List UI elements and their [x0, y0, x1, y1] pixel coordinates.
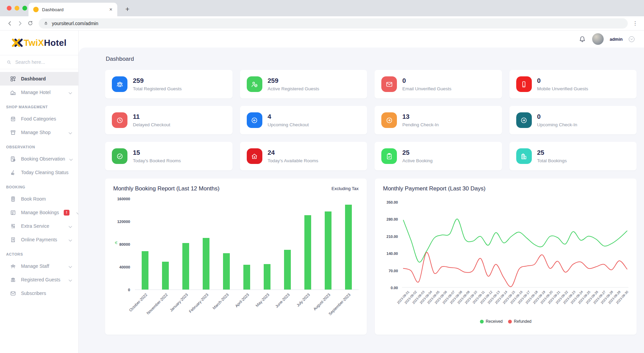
line-chart-plot: 0.0070.00140.00210.00280.00350.00 [383, 202, 628, 288]
legend-label: Refunded [514, 319, 531, 324]
search-input[interactable] [15, 59, 66, 65]
alert-badge: ! [64, 210, 69, 216]
legend-item-refunded[interactable]: Refunded [508, 319, 531, 324]
stat-card-value: 259 [268, 77, 319, 85]
window-close-button[interactable] [7, 6, 12, 11]
bar-slot [155, 199, 176, 290]
logo[interactable]: TwiXHotel [0, 31, 78, 55]
tab-close-icon[interactable]: ✕ [109, 7, 113, 12]
sidebar-item-online-payments[interactable]: Online Payments [0, 233, 78, 246]
legend-item-received[interactable]: Received [480, 319, 503, 324]
sidebar-item-manage-hotel[interactable]: Manage Hotel [0, 86, 78, 99]
checkin-arrow-icon [516, 112, 532, 128]
y-tick-label: 140.00 [386, 252, 398, 256]
sidebar-item-food-categories[interactable]: Food Categories [0, 112, 78, 126]
sidebar-item-label: Manage Bookings [21, 210, 59, 215]
booking-report-title: Monthly Booking Report (Last 12 Months) [113, 185, 220, 192]
bar-january-2023 [182, 243, 189, 290]
reload-button[interactable] [25, 18, 35, 29]
x-tick: May-2023 [257, 290, 277, 327]
bar-chart-x-axis: October-2022November-2022January-2023Feb… [135, 290, 359, 327]
chevron-down-icon [69, 238, 72, 241]
sidebar-item-label: Book Room [21, 196, 73, 202]
y-tick-label: 120000 [117, 220, 130, 224]
search-icon [6, 59, 12, 65]
stat-card-text: 0Email Unverified Guests [402, 77, 451, 91]
stat-card-text: 15Today's Booked Rooms [133, 149, 181, 163]
stat-card-label: Total Registered Guests [133, 86, 182, 91]
sidebar-item-dashboard[interactable]: Dashboard [0, 72, 78, 86]
browser-tab[interactable]: Dashboard ✕ [28, 3, 117, 16]
notifications-button[interactable] [579, 35, 586, 43]
stat-card-value: 15 [133, 149, 181, 157]
window-controls [7, 6, 27, 11]
app-shell: TwiXHotel DashboardManage HotelSHOP MANA… [0, 31, 644, 353]
logo-text: TwiXHotel [24, 38, 66, 48]
booking-report-header: Monthly Booking Report (Last 12 Months) … [113, 185, 359, 192]
hotel-icon [9, 89, 16, 96]
sidebar-item-manage-bookings[interactable]: Manage Bookings! [0, 206, 78, 219]
y-tick-label: 0 [128, 288, 130, 292]
stat-card-value: 0 [402, 77, 451, 85]
stat-card-text: 0Mobile Unverified Guests [537, 77, 588, 91]
page-title: Dashboard [106, 56, 637, 62]
bar-march-2023 [223, 253, 230, 290]
sidebar-item-label: Manage Shop [21, 130, 64, 135]
sidebar-item-booking-observation[interactable]: Booking Observation [0, 152, 78, 166]
legend-dot [480, 320, 484, 323]
y-tick-label: 160000 [117, 197, 130, 201]
book-room-icon [9, 196, 16, 202]
checkin-arrow-icon [381, 112, 397, 128]
bar-april-2023 [243, 265, 250, 290]
user-check-icon [247, 76, 262, 92]
bar-slot [338, 199, 359, 290]
sidebar-item-book-room[interactable]: Book Room [0, 192, 78, 206]
stat-card-total-registered-guests: 259Total Registered Guests [105, 70, 233, 98]
browser-menu-button[interactable]: ⋮ [631, 20, 639, 26]
sidebar-item-label: Extra Service [21, 223, 64, 229]
sidebar-item-manage-shop[interactable]: Manage Shop [0, 126, 78, 139]
window-maximize-button[interactable] [22, 6, 27, 11]
chevron-down-icon [69, 278, 72, 281]
sidebar-item-extra-service[interactable]: Extra Service [0, 219, 78, 233]
window-minimize-button[interactable] [15, 6, 19, 11]
browser-tab-bar: Dashboard ✕ + [0, 0, 644, 16]
account-menu-button[interactable] [629, 36, 635, 42]
sidebar-item-today-cleaning-status[interactable]: Today Cleaning Status [0, 166, 78, 179]
y-tick-label: 0.00 [391, 286, 398, 290]
sidebar-item-label: Subscribers [21, 291, 73, 296]
bar-november-2022 [162, 262, 169, 290]
stat-card-label: Today's Available Rooms [268, 158, 318, 163]
new-tab-button[interactable]: + [123, 4, 132, 14]
sidebar-item-manage-staff[interactable]: Manage Staff [0, 259, 78, 273]
y-tick-label: 80000 [119, 242, 130, 246]
bar-february-2023 [203, 238, 209, 290]
stat-card-delayed-checkout: 11Delayed Checkout [105, 106, 233, 134]
stat-card-active-registered-guests: 259Active Registered Guests [240, 70, 367, 98]
observation-icon [9, 155, 16, 162]
bar-may-2023 [264, 264, 270, 290]
stat-card-value: 25 [402, 149, 432, 157]
chevron-down-icon [69, 264, 72, 268]
chevron-down-icon [630, 37, 633, 40]
stat-card-label: Active Booking [402, 158, 432, 163]
url-bar[interactable]: yoursiteurl.com/admin [39, 18, 628, 29]
bar-september-2023 [345, 205, 352, 290]
sidebar-item-label: Booking Observation [21, 156, 65, 162]
sidebar-item-registered-guests[interactable]: Registered Guests [0, 273, 78, 286]
stat-card-text: 0Upcoming Check-In [537, 113, 578, 127]
y-tick-label: 280.00 [386, 217, 398, 221]
payments-icon [9, 236, 16, 243]
payment-report-card: Monthly Payment Report (Last 30 Days) 0.… [375, 179, 637, 335]
sidebar-item-subscribers[interactable]: Subscribers [0, 286, 78, 300]
back-button[interactable] [5, 18, 15, 29]
booking-report-card: Monthly Booking Report (Last 12 Months) … [105, 179, 367, 335]
user-avatar[interactable] [592, 33, 604, 45]
sidebar-item-label: Today Cleaning Status [21, 170, 73, 175]
forward-button[interactable] [15, 18, 25, 29]
stat-card-label: Today's Booked Rooms [133, 158, 181, 163]
line-chart-x-axis: 2023-09-012023-09-022023-09-032023-09-04… [402, 288, 628, 317]
currency-symbol: ₼ [114, 241, 118, 244]
stat-card-label: Total Bookings [537, 158, 567, 163]
stat-card-value: 259 [133, 77, 182, 85]
